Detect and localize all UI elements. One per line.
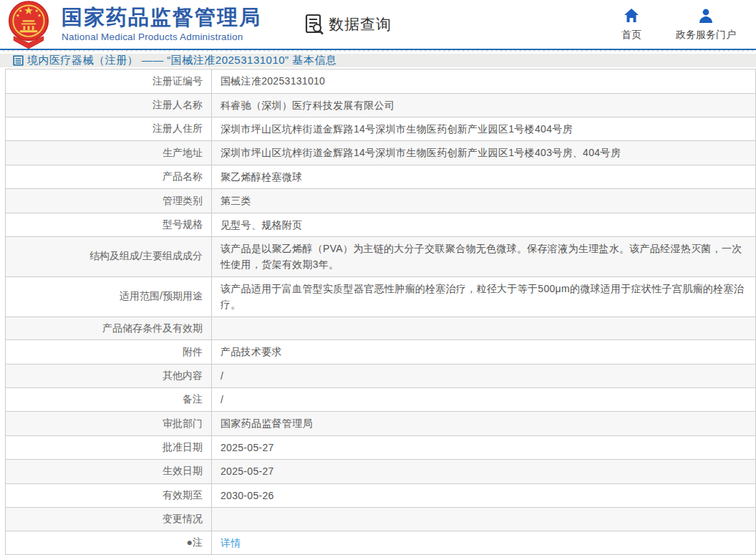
row-value: 产品技术要求 [212, 340, 755, 363]
brand-block: 国家药品监督管理局 National Medical Products Admi… [62, 6, 261, 43]
row-value: / [212, 388, 755, 411]
row-value: 科睿驰（深圳）医疗科技发展有限公司 [212, 94, 755, 117]
table-row: 其他内容/ [6, 365, 755, 388]
row-label: 注册人住所 [6, 117, 212, 140]
nav-item-home[interactable]: 首页 [621, 8, 641, 42]
table-row: 附件产品技术要求 [6, 340, 755, 364]
row-label: 产品名称 [6, 165, 212, 188]
row-value: 国家药品监督管理局 [212, 412, 755, 435]
row-label: 有效期至 [6, 484, 212, 507]
data-query-label: 数据查询 [329, 14, 392, 34]
row-value: 深圳市坪山区坑梓街道金辉路14号深圳市生物医药创新产业园区1号楼404号房 [212, 117, 755, 140]
user-icon [698, 8, 714, 24]
row-value: 见型号、规格附页 [212, 213, 755, 236]
table-row: 有效期至2030-05-26 [6, 484, 755, 508]
row-value [212, 508, 755, 531]
table-row: 备注/ [6, 388, 755, 412]
table-row: 结构及组成/主要组成成分该产品是以聚乙烯醇（PVA）为主链的大分子交联聚合物无色… [6, 237, 755, 277]
list-icon [13, 55, 24, 66]
row-value: 国械注准20253131010 [212, 69, 755, 92]
table-row: 生效日期2025-05-27 [6, 460, 755, 483]
row-label: 审批部门 [6, 412, 212, 435]
row-value: 深圳市坪山区坑梓街道金辉路14号深圳市生物医药创新产业园区1号楼403号房、40… [212, 141, 755, 164]
row-value: 2025-05-27 [212, 460, 755, 483]
row-value: / [212, 365, 755, 387]
page: 国家药品监督管理局 National Medical Products Admi… [0, 0, 756, 555]
national-emblem-icon [6, 0, 52, 50]
row-value: 该产品适用于富血管型实质型器官恶性肿瘤的栓塞治疗，粒径大于等于500μm的微球适… [212, 277, 755, 317]
table-row: ●注详情 [6, 531, 755, 555]
site-title: 国家药品监督管理局 [62, 6, 261, 29]
header-nav: 首页 政务服务门户 [621, 8, 746, 42]
detail-link[interactable]: 详情 [220, 535, 241, 551]
nav-label-home: 首页 [621, 29, 641, 42]
table-row: 注册人名称科睿驰（深圳）医疗科技发展有限公司 [6, 94, 755, 117]
row-value: 第三类 [212, 189, 755, 212]
table-row: 批准日期2025-05-27 [6, 436, 755, 460]
table-row: 注册证编号国械注准20253131010 [6, 69, 755, 93]
table-row: 管理类别第三类 [6, 189, 755, 213]
row-value: 2030-05-26 [212, 484, 755, 507]
table-row: 生产地址深圳市坪山区坑梓街道金辉路14号深圳市生物医药创新产业园区1号楼403号… [6, 141, 755, 165]
row-label: 其他内容 [6, 365, 212, 387]
breadcrumb-text: 境内医疗器械（注册） —— “国械注准20253131010” 基本信息 [27, 54, 336, 67]
table-row: 型号规格见型号、规格附页 [6, 213, 755, 237]
home-icon [624, 8, 639, 24]
national-emblem-logo [6, 0, 52, 49]
row-value: 聚乙烯醇栓塞微球 [212, 165, 755, 188]
row-label: 注册证编号 [6, 69, 212, 92]
document-search-icon [304, 14, 324, 35]
row-value: 详情 [212, 531, 755, 554]
site-header: 国家药品监督管理局 National Medical Products Admi… [0, 0, 756, 50]
table-row: 产品储存条件及有效期 [6, 317, 755, 341]
row-label: 适用范围/预期用途 [6, 277, 212, 317]
nav-label-portal: 政务服务门户 [676, 29, 736, 42]
row-label: 管理类别 [6, 189, 212, 212]
row-label: 附件 [6, 340, 212, 363]
row-label: 备注 [6, 388, 212, 411]
row-label: ●注 [6, 531, 212, 554]
row-label: 批准日期 [6, 436, 212, 459]
row-label: 结构及组成/主要组成成分 [6, 237, 212, 276]
row-label: 生效日期 [6, 460, 212, 483]
row-label: 产品储存条件及有效期 [6, 317, 212, 340]
info-table: 注册证编号国械注准20253131010注册人名称科睿驰（深圳）医疗科技发展有限… [5, 69, 756, 555]
row-label: 注册人名称 [6, 94, 212, 117]
data-query-section[interactable]: 数据查询 [304, 14, 392, 35]
table-row: 变更情况 [6, 508, 755, 531]
row-value: 该产品是以聚乙烯醇（PVA）为主链的大分子交联聚合物无色微球。保存溶液为生理盐水… [212, 237, 755, 276]
table-row: 产品名称聚乙烯醇栓塞微球 [6, 165, 755, 189]
row-label: 型号规格 [6, 213, 212, 236]
breadcrumb: 境内医疗器械（注册） —— “国械注准20253131010” 基本信息 [0, 54, 756, 67]
site-subtitle: National Medical Products Administration [62, 32, 261, 42]
table-row: 注册人住所深圳市坪山区坑梓街道金辉路14号深圳市生物医药创新产业园区1号楼404… [6, 117, 755, 141]
row-value [212, 317, 755, 340]
table-row: 审批部门国家药品监督管理局 [6, 412, 755, 435]
row-label: 变更情况 [6, 508, 212, 531]
row-value: 2025-05-27 [212, 436, 755, 459]
nav-item-portal[interactable]: 政务服务门户 [676, 8, 736, 42]
table-row: 适用范围/预期用途该产品适用于富血管型实质型器官恶性肿瘤的栓塞治疗，粒径大于等于… [6, 277, 755, 317]
row-label: 生产地址 [6, 141, 212, 164]
